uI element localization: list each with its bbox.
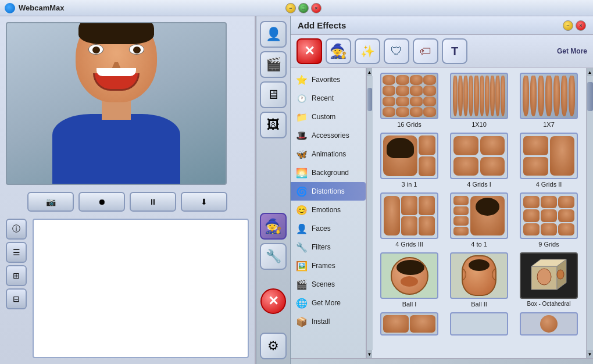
record-button[interactable]: ⏺	[78, 192, 125, 212]
effect-label-4gridsii: 4 Grids II	[536, 181, 562, 188]
sparkle-btn[interactable]: ✨	[355, 38, 380, 64]
effect-item-4gridsiii[interactable]: 4 Grids III	[377, 192, 442, 248]
effect-item-4to1[interactable]: 4 to 1	[446, 192, 512, 248]
category-item-animations[interactable]: 🦋 Animations	[291, 145, 366, 163]
magic-tool-button[interactable]: 🧙	[260, 213, 287, 240]
magic-btn[interactable]: 🧙	[326, 38, 351, 64]
person-hair	[78, 22, 154, 44]
category-item-filters[interactable]: 🔧 Filters	[291, 238, 366, 256]
effect-label-1x10: 1X10	[471, 121, 487, 128]
effects-win-buttons: − ×	[563, 20, 586, 31]
effects-scroll-track[interactable]	[587, 76, 594, 350]
category-item-distortions[interactable]: 🌀 Distortions	[291, 182, 366, 201]
effect-thumb-16grids	[380, 73, 438, 119]
minimize-button[interactable]: −	[285, 3, 296, 13]
category-item-scenes[interactable]: 🎬 Scenes	[291, 275, 366, 294]
category-label-recent: Recent	[312, 94, 334, 102]
effect-item-partial1[interactable]	[377, 312, 442, 336]
effects-body: ⭐ Favorites 🕐 Recent 📁 Custom 🎩 Accessor…	[291, 68, 593, 358]
effect-thumb-1x10	[450, 73, 508, 119]
category-item-faces[interactable]: 👤 Faces	[291, 219, 366, 238]
pause-button[interactable]: ⏸	[130, 192, 176, 212]
maximize-button[interactable]: □	[298, 3, 309, 13]
effects-bottom-scrollbar[interactable]	[291, 358, 593, 364]
screen-tool-button[interactable]: 🖥	[260, 81, 287, 108]
effect-item-ball2[interactable]: Ball II	[446, 252, 512, 308]
effect-item-1x7[interactable]: 1X7	[516, 73, 581, 128]
category-item-install[interactable]: 📦 Install	[291, 312, 366, 331]
category-label-faces: Faces	[312, 224, 331, 233]
effect-item-1x10[interactable]: 1X10	[446, 73, 512, 128]
get-more-label[interactable]: Get More	[557, 47, 587, 55]
category-item-accessories[interactable]: 🎩 Accessories	[291, 126, 366, 145]
app-title: WebcamMax	[19, 3, 285, 12]
download-button[interactable]: ⬇	[181, 192, 227, 212]
category-item-custom[interactable]: 📁 Custom	[291, 108, 366, 126]
remove-effect-button[interactable]: ✕	[260, 288, 286, 314]
scroll-track[interactable]	[367, 76, 373, 350]
effect-thumb-1x7	[520, 73, 578, 119]
text-btn[interactable]: T	[442, 38, 467, 64]
avatar-tool-button[interactable]: 👤	[260, 21, 287, 48]
effect-label-1x7: 1X7	[543, 121, 555, 128]
effect-item-partial3[interactable]	[516, 312, 581, 336]
getmore-icon: 🌐	[295, 297, 308, 309]
add2-btn[interactable]: 🏷	[413, 38, 438, 64]
effect-item-ball1[interactable]: Ball I	[377, 252, 442, 308]
close-button-left[interactable]: ×	[311, 3, 321, 13]
effect-item-partial2[interactable]	[446, 312, 512, 336]
effect-thumb-4gridsii	[520, 133, 578, 179]
left-panel: 📷 ⏺ ⏸ ⬇ ⓘ ☰ ⊞ ⊟	[0, 16, 256, 364]
add1-btn[interactable]: 🛡	[384, 38, 409, 64]
settings-tool-button[interactable]: ⚙	[260, 333, 287, 359]
animations-icon: 🦋	[295, 148, 308, 160]
category-label-install: Install	[312, 317, 330, 326]
effects-scroll-down[interactable]: ▼	[587, 350, 593, 358]
person-head	[76, 22, 157, 102]
effect-label-9grids: 9 Grids	[538, 241, 559, 248]
tools-tool-button[interactable]: 🔧	[260, 243, 287, 270]
grid-button[interactable]: ⊞	[6, 265, 27, 286]
scroll-up-arrow[interactable]: ▲	[367, 68, 373, 76]
effects-panel: Add Effects − × ✕ 🧙 ✨ 🛡 🏷 T Get More ⭐ F…	[291, 16, 593, 364]
effect-item-9grids[interactable]: 9 Grids	[516, 192, 581, 248]
effect-item-16grids[interactable]: 16 Grids	[377, 73, 442, 128]
filters-icon: 🔧	[295, 241, 308, 254]
frames-icon: 🖼️	[295, 259, 308, 272]
accessories-icon: 🎩	[295, 129, 308, 142]
video-tool-button[interactable]: 🎬	[260, 51, 287, 78]
effects-grid-container: 16 Grids	[372, 68, 586, 358]
gallery-tool-button[interactable]: 🖼	[260, 112, 287, 138]
layout-button[interactable]: ⊟	[6, 288, 27, 309]
camera-button[interactable]: 📷	[27, 192, 74, 212]
scroll-down-arrow[interactable]: ▼	[367, 350, 373, 358]
category-scrollbar[interactable]: ▲ ▼	[366, 68, 372, 358]
category-item-recent[interactable]: 🕐 Recent	[291, 89, 366, 108]
remove-btn[interactable]: ✕	[296, 38, 322, 64]
list-button[interactable]: ☰	[6, 242, 27, 263]
category-item-getmore[interactable]: 🌐 Get More	[291, 294, 366, 312]
info-button[interactable]: ⓘ	[6, 219, 27, 240]
effects-minimize-button[interactable]: −	[563, 20, 573, 31]
effects-scroll-up[interactable]: ▲	[587, 68, 593, 76]
category-item-frames[interactable]: 🖼️ Frames	[291, 256, 366, 275]
category-item-emotions[interactable]: 😊 Emotions	[291, 201, 366, 219]
effects-close-button[interactable]: ×	[576, 20, 586, 31]
effect-label-4gridsiii: 4 Grids III	[395, 241, 423, 248]
tool-sidebar: 👤 🎬 🖥 🖼 🧙 🔧 ✕ ⚙	[256, 16, 291, 364]
effect-item-3in1[interactable]: 3 in 1	[377, 133, 442, 188]
effect-item-box[interactable]: Box - Octahedral	[516, 252, 581, 308]
effect-thumb-4gridsiii	[380, 192, 438, 239]
effect-label-4to1: 4 to 1	[471, 241, 487, 248]
effects-scroll-thumb[interactable]	[587, 82, 593, 111]
effects-scrollbar[interactable]: ▲ ▼	[586, 68, 593, 358]
category-item-favorites[interactable]: ⭐ Favorites	[291, 70, 366, 89]
effect-thumb-4to1	[450, 192, 508, 239]
scroll-thumb[interactable]	[367, 88, 372, 111]
recent-icon: 🕐	[295, 92, 308, 105]
category-label-filters: Filters	[312, 243, 331, 251]
category-item-background[interactable]: 🌅 Background	[291, 163, 366, 182]
effect-item-4gridsii[interactable]: 4 Grids II	[516, 133, 581, 188]
svg-point-3	[537, 269, 551, 285]
effect-item-4gridsi[interactable]: 4 Grids I	[446, 133, 512, 188]
